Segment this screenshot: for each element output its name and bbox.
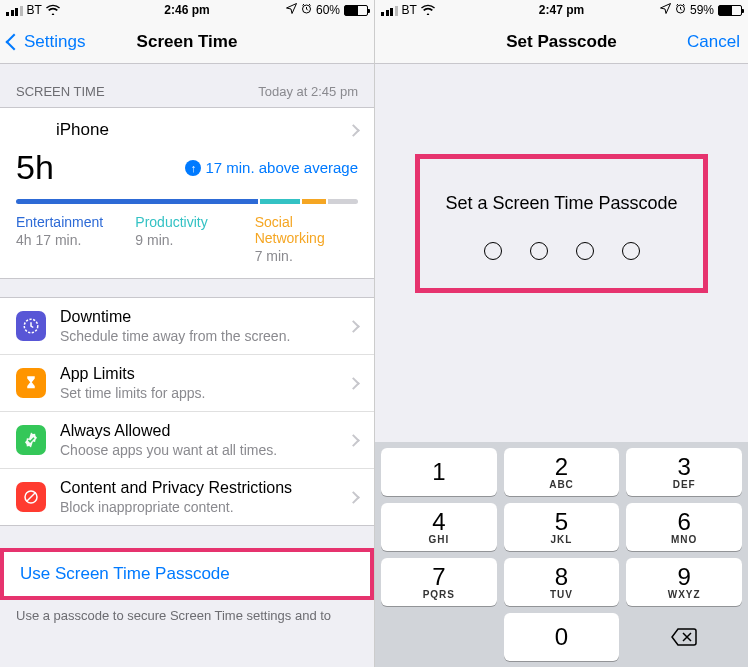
svg-line-3 <box>27 493 36 502</box>
section-header: SCREEN TIME Today at 2:45 pm <box>0 64 374 107</box>
key-0[interactable]: 0 <box>504 613 620 661</box>
key-6[interactable]: 6MNO <box>626 503 742 551</box>
downtime-icon <box>16 311 46 341</box>
footer-text: Use a passcode to secure Screen Time set… <box>0 600 374 623</box>
cell-content-restrictions[interactable]: Content and Privacy Restrictions Block i… <box>0 469 374 525</box>
section-label: SCREEN TIME <box>16 84 105 99</box>
passcode-dot <box>576 242 594 260</box>
above-average: ↑ 17 min. above average <box>185 159 358 176</box>
status-bar: BT 2:46 pm 60% <box>0 0 374 20</box>
key-1[interactable]: 1 <box>381 448 497 496</box>
cancel-button[interactable]: Cancel <box>687 32 740 52</box>
numeric-keypad: 1 2ABC 3DEF 4GHI 5JKL 6MNO 7PQRS 8TUV 9W… <box>375 442 748 667</box>
chevron-right-icon <box>347 491 360 504</box>
category-productivity: Productivity 9 min. <box>135 214 238 264</box>
chevron-left-icon <box>6 33 23 50</box>
section-timestamp: Today at 2:45 pm <box>258 84 358 99</box>
hourglass-icon <box>16 368 46 398</box>
key-7[interactable]: 7PQRS <box>381 558 497 606</box>
cell-downtime[interactable]: Downtime Schedule time away from the scr… <box>0 298 374 355</box>
passcode-dot <box>484 242 502 260</box>
status-bar: BT 2:47 pm 59% <box>375 0 748 20</box>
back-label: Settings <box>24 32 85 52</box>
chevron-right-icon <box>347 434 360 447</box>
category-social: Social Networking 7 min. <box>255 214 358 264</box>
battery-icon <box>718 5 742 16</box>
passcode-prompt-box: Set a Screen Time Passcode <box>415 154 708 293</box>
device-name: iPhone <box>56 120 349 140</box>
cell-always-allowed[interactable]: Always Allowed Choose apps you want at a… <box>0 412 374 469</box>
nav-bar: Settings Screen Time <box>0 20 374 64</box>
usage-summary[interactable]: iPhone 5h ↑ 17 min. above average Entert… <box>0 107 374 279</box>
back-button[interactable]: Settings <box>8 32 85 52</box>
backspace-icon <box>670 627 698 647</box>
passcode-dot <box>530 242 548 260</box>
clock: 2:47 pm <box>375 3 748 17</box>
clock: 2:46 pm <box>0 3 374 17</box>
key-blank <box>381 613 497 661</box>
passcode-prompt: Set a Screen Time Passcode <box>430 193 693 214</box>
nav-bar: Set Passcode Cancel <box>375 20 748 64</box>
chevron-right-icon <box>347 377 360 390</box>
key-backspace[interactable] <box>626 613 742 661</box>
passcode-dots <box>430 242 693 260</box>
usage-bar <box>16 199 358 204</box>
key-9[interactable]: 9WXYZ <box>626 558 742 606</box>
checkmark-badge-icon <box>16 425 46 455</box>
key-3[interactable]: 3DEF <box>626 448 742 496</box>
settings-list: Downtime Schedule time away from the scr… <box>0 297 374 526</box>
chevron-right-icon <box>347 124 360 137</box>
no-entry-icon <box>16 482 46 512</box>
key-5[interactable]: 5JKL <box>504 503 620 551</box>
total-time: 5h <box>16 148 54 187</box>
key-8[interactable]: 8TUV <box>504 558 620 606</box>
key-2[interactable]: 2ABC <box>504 448 620 496</box>
battery-icon <box>344 5 368 16</box>
up-arrow-icon: ↑ <box>185 160 201 176</box>
set-passcode-screen: BT 2:47 pm 59% Set Passcode Cancel Set a… <box>374 0 748 667</box>
cell-app-limits[interactable]: App Limits Set time limits for apps. <box>0 355 374 412</box>
passcode-dot <box>622 242 640 260</box>
screen-time-settings: BT 2:46 pm 60% Settings Screen Time SCRE… <box>0 0 374 667</box>
chevron-right-icon <box>347 320 360 333</box>
key-4[interactable]: 4GHI <box>381 503 497 551</box>
category-entertainment: Entertainment 4h 17 min. <box>16 214 119 264</box>
use-passcode-link[interactable]: Use Screen Time Passcode <box>4 552 370 596</box>
passcode-link-cell[interactable]: Use Screen Time Passcode <box>0 548 374 600</box>
categories: Entertainment 4h 17 min. Productivity 9 … <box>0 214 374 278</box>
